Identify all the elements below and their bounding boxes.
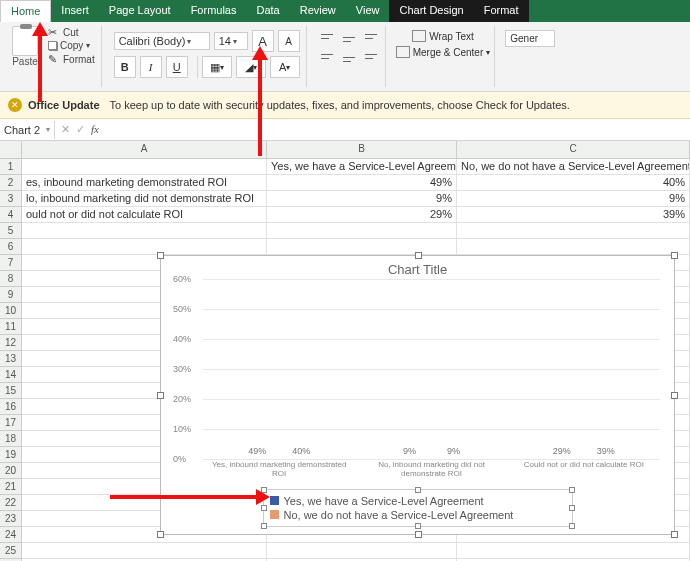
cell[interactable] <box>267 543 457 559</box>
tab-view[interactable]: View <box>346 0 390 22</box>
cell[interactable] <box>22 159 267 175</box>
row-header[interactable]: 8 <box>0 271 22 287</box>
tab-review[interactable]: Review <box>290 0 346 22</box>
cell[interactable]: Yes, we have a Service-Level Agreement <box>267 159 457 175</box>
tab-format[interactable]: Format <box>474 0 529 22</box>
cancel-icon[interactable]: ✕ <box>61 123 70 136</box>
row-header[interactable]: 23 <box>0 511 22 527</box>
update-notification: ✕ Office Update To keep up to date with … <box>0 92 690 119</box>
row-header[interactable]: 25 <box>0 543 22 559</box>
format-painter-button[interactable]: Format <box>48 53 95 65</box>
cell[interactable] <box>22 239 267 255</box>
column-header[interactable]: B <box>267 141 457 159</box>
tab-data[interactable]: Data <box>246 0 289 22</box>
cell[interactable]: No, we do not have a Service-Level Agree… <box>457 159 690 175</box>
row-header[interactable]: 3 <box>0 191 22 207</box>
column-header[interactable]: A <box>22 141 267 159</box>
row-header[interactable]: 7 <box>0 255 22 271</box>
font-size-dropdown[interactable]: 14▾ <box>214 32 248 50</box>
legend-entry[interactable]: Yes, we have a Service-Level Agreement <box>270 494 566 508</box>
cell[interactable]: 39% <box>457 207 690 223</box>
row-header[interactable]: 9 <box>0 287 22 303</box>
shrink-font-button[interactable]: A <box>278 30 300 52</box>
row-header[interactable]: 18 <box>0 431 22 447</box>
font-color-button[interactable]: A ▾ <box>270 56 300 78</box>
row-header[interactable]: 4 <box>0 207 22 223</box>
row-header[interactable]: 2 <box>0 175 22 191</box>
paste-button[interactable]: Paste <box>6 26 44 67</box>
cell[interactable] <box>22 543 267 559</box>
brush-icon <box>48 53 60 65</box>
underline-button[interactable]: U <box>166 56 188 78</box>
tab-home[interactable]: Home <box>0 0 51 22</box>
grow-font-button[interactable]: A <box>252 30 274 52</box>
name-box[interactable]: Chart 2 ▾ <box>0 121 55 139</box>
legend-entry[interactable]: No, we do not have a Service-Level Agree… <box>270 508 566 522</box>
tab-insert[interactable]: Insert <box>51 0 99 22</box>
clipboard-icon <box>12 26 38 56</box>
align-right-button[interactable] <box>361 50 381 66</box>
confirm-icon[interactable]: ✓ <box>76 123 85 136</box>
row-header[interactable]: 12 <box>0 335 22 351</box>
bold-button[interactable]: B <box>114 56 136 78</box>
wrap-icon <box>412 30 426 42</box>
row-header[interactable]: 22 <box>0 495 22 511</box>
row-header[interactable]: 15 <box>0 383 22 399</box>
cell[interactable]: lo, inbound marketing did not demonstrat… <box>22 191 267 207</box>
chart-plot-area[interactable]: 0%10%20%30%40%50%60%49%40%9%9%29%39% <box>203 279 660 459</box>
align-left-button[interactable] <box>317 50 337 66</box>
chart-legend[interactable]: Yes, we have a Service-Level AgreementNo… <box>263 489 573 527</box>
align-bottom-button[interactable] <box>361 30 381 46</box>
row-header[interactable]: 5 <box>0 223 22 239</box>
align-middle-button[interactable] <box>339 30 359 46</box>
row-header[interactable]: 17 <box>0 415 22 431</box>
row-header[interactable]: 6 <box>0 239 22 255</box>
row-header[interactable]: 13 <box>0 351 22 367</box>
cell[interactable]: 40% <box>457 175 690 191</box>
copy-button[interactable]: Copy ▾ <box>48 40 95 51</box>
fill-color-button[interactable]: ◢ ▾ <box>236 56 266 78</box>
align-center-button[interactable] <box>339 50 359 66</box>
row-header[interactable]: 11 <box>0 319 22 335</box>
font-name-dropdown[interactable]: Calibri (Body)▾ <box>114 32 210 50</box>
tab-formulas[interactable]: Formulas <box>181 0 247 22</box>
italic-button[interactable]: I <box>140 56 162 78</box>
wrap-text-button[interactable]: Wrap Text <box>412 30 474 42</box>
dismiss-notification-button[interactable]: ✕ <box>8 98 22 112</box>
cell[interactable]: 49% <box>267 175 457 191</box>
row-header[interactable]: 21 <box>0 479 22 495</box>
tab-page-layout[interactable]: Page Layout <box>99 0 181 22</box>
cell[interactable] <box>267 239 457 255</box>
align-top-button[interactable] <box>317 30 337 46</box>
merge-center-button[interactable]: Merge & Center ▾ <box>396 46 491 58</box>
tab-chart-design[interactable]: Chart Design <box>389 0 473 22</box>
paste-label: Paste <box>12 56 38 67</box>
row-header[interactable]: 10 <box>0 303 22 319</box>
row-header[interactable]: 14 <box>0 367 22 383</box>
chart-title[interactable]: Chart Title <box>161 256 674 279</box>
cell[interactable]: 9% <box>457 191 690 207</box>
embedded-chart[interactable]: Chart Title 0%10%20%30%40%50%60%49%40%9%… <box>160 255 675 535</box>
cell[interactable]: 9% <box>267 191 457 207</box>
cut-button[interactable]: Cut <box>48 26 95 38</box>
cell[interactable] <box>457 239 690 255</box>
border-button[interactable]: ▦▾ <box>202 56 232 78</box>
merge-label: Merge & Center <box>413 47 484 58</box>
cell[interactable]: ould not or did not calculate ROI <box>22 207 267 223</box>
notification-message: To keep up to date with security updates… <box>110 99 570 111</box>
row-header[interactable]: 1 <box>0 159 22 175</box>
row-header[interactable]: 24 <box>0 527 22 543</box>
cell[interactable] <box>22 223 267 239</box>
cell[interactable] <box>457 223 690 239</box>
row-header[interactable]: 19 <box>0 447 22 463</box>
cell[interactable]: es, inbound marketing demonstrated ROI <box>22 175 267 191</box>
cell[interactable] <box>267 223 457 239</box>
column-header[interactable]: C <box>457 141 690 159</box>
formula-input[interactable] <box>111 124 690 136</box>
number-format-dropdown[interactable]: Gener <box>505 30 555 47</box>
row-header[interactable]: 16 <box>0 399 22 415</box>
cell[interactable]: 29% <box>267 207 457 223</box>
cell[interactable] <box>457 543 690 559</box>
fx-icon[interactable]: fx <box>91 123 105 137</box>
row-header[interactable]: 20 <box>0 463 22 479</box>
